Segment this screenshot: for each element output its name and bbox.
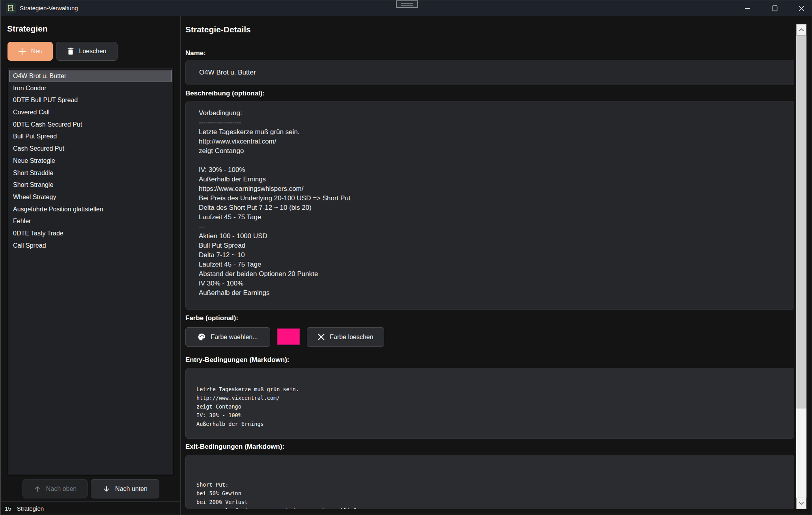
strategy-name: Short Strangle: [13, 181, 53, 188]
description-label: Beschreibung (optional):: [185, 90, 265, 97]
window-title: Strategien-Verwaltung: [20, 0, 78, 16]
app-window: Strategien-Verwaltung Strategien Neu Loe…: [0, 0, 812, 515]
name-label: Name:: [185, 49, 206, 57]
strategy-name: Cash Secured Put: [13, 145, 64, 152]
entry-label: Entry-Bedingungen (Markdown):: [185, 356, 289, 364]
strategy-name: Ausgeführte Position glattstellen: [13, 206, 103, 213]
maximize-button[interactable]: [763, 0, 786, 16]
strategy-list-item[interactable]: 0DTE Bull PUT Spread: [9, 94, 172, 106]
pick-color-button[interactable]: Farbe waehlen...: [185, 327, 270, 347]
move-up-label: Nach oben: [46, 485, 77, 493]
x-icon: [317, 333, 325, 341]
minimize-icon: [745, 6, 750, 11]
trash-icon: [67, 47, 74, 55]
strategy-name: Short Straddle: [13, 170, 53, 176]
strategy-list-item[interactable]: Short Strangle: [9, 179, 172, 191]
palette-icon: [198, 333, 206, 341]
details-title: Strategie-Details: [185, 25, 251, 34]
strategy-name: Covered Call: [13, 109, 49, 116]
close-icon: [799, 6, 805, 11]
minimize-button[interactable]: [736, 0, 759, 16]
sidebar-title: Strategien: [7, 24, 48, 34]
strategy-name: Wheel Strategy: [13, 194, 56, 200]
chevron-down-icon: [799, 502, 804, 505]
new-button-label: Neu: [31, 48, 43, 55]
strategy-name: O4W Brot u. Butter: [13, 73, 66, 79]
strategy-list-item[interactable]: Neue Strategie: [9, 155, 172, 167]
arrow-down-icon: [103, 485, 110, 493]
close-button[interactable]: [790, 0, 812, 16]
scrollbar-down-button[interactable]: [796, 498, 806, 509]
strategy-count-label: Strategien: [17, 505, 44, 512]
strategy-list-item[interactable]: Wheel Strategy: [9, 191, 172, 203]
exit-label: Exit-Bedingungen (Markdown):: [185, 443, 284, 451]
strategy-name: Fehler: [13, 218, 31, 224]
chevron-up-icon: [799, 28, 804, 32]
scrollbar-up-button[interactable]: [796, 24, 806, 35]
new-strategy-button[interactable]: Neu: [7, 42, 53, 61]
strategy-name: Iron Condor: [13, 85, 47, 91]
strategy-list-item[interactable]: 0DTE Cash Secured Put: [9, 118, 172, 131]
clear-color-label: Farbe loeschen: [330, 334, 373, 341]
strategy-list-item[interactable]: Ausgeführte Position glattstellen: [9, 203, 172, 215]
arrow-up-icon: [34, 485, 41, 493]
strategy-list-item[interactable]: Bull Put Spread: [9, 130, 172, 142]
strategy-name: Bull Put Spread: [13, 133, 57, 140]
strategy-list-item[interactable]: Short Straddle: [9, 167, 172, 179]
strategy-name: 0DTE Cash Secured Put: [13, 121, 82, 128]
strategy-list-item[interactable]: Fehler: [9, 215, 172, 227]
snap-layout-widget: [396, 0, 418, 8]
color-label: Farbe (optional):: [185, 314, 238, 322]
scrollbar-thumb[interactable]: [796, 35, 806, 409]
color-swatch: [277, 328, 300, 345]
strategy-name: Neue Strategie: [13, 157, 55, 164]
details-scrollbar[interactable]: [796, 24, 806, 509]
strategy-list: O4W Brot u. Butter Iron Condor 0DTE Bull…: [8, 69, 173, 475]
titlebar[interactable]: Strategien-Verwaltung: [1, 0, 812, 16]
strategy-list-item[interactable]: Call Spread: [9, 239, 172, 252]
statusbar: 15 Strategien: [5, 502, 181, 515]
strategy-list-item[interactable]: Cash Secured Put: [9, 142, 172, 155]
app-icon: [6, 3, 16, 13]
strategy-name: 0DTE Bull PUT Spread: [13, 97, 78, 103]
strategy-list-item[interactable]: O4W Brot u. Butter: [9, 70, 172, 82]
entry-conditions-textarea[interactable]: Letzte Tageskerze muß grün sein. http://…: [185, 368, 794, 439]
name-input[interactable]: [185, 60, 794, 85]
maximize-icon: [772, 5, 778, 11]
description-textarea[interactable]: Vorbedingung: ------------------- Letzte…: [185, 101, 794, 310]
delete-button-label: Loeschen: [79, 48, 106, 55]
strategy-list-item[interactable]: Covered Call: [9, 106, 172, 118]
strategy-list-item[interactable]: Iron Condor: [9, 82, 172, 94]
clear-color-button[interactable]: Farbe loeschen: [307, 327, 384, 347]
strategy-list-item[interactable]: 0DTE Tasty Trade: [9, 227, 172, 239]
strategy-name: Call Spread: [13, 242, 46, 249]
panel-divider: [180, 16, 181, 515]
move-down-button[interactable]: Nach unten: [91, 479, 159, 498]
plus-icon: [18, 47, 26, 56]
delete-strategy-button[interactable]: Loeschen: [56, 42, 118, 61]
strategy-name: 0DTE Tasty Trade: [13, 230, 63, 237]
exit-conditions-textarea[interactable]: Short Put: bei 50% Gewinn bei 200% Verlu…: [185, 455, 794, 509]
move-down-label: Nach unten: [115, 485, 147, 493]
strategy-count: 15: [5, 505, 11, 512]
move-up-button[interactable]: Nach oben: [22, 479, 88, 498]
pick-color-label: Farbe waehlen...: [211, 334, 258, 341]
